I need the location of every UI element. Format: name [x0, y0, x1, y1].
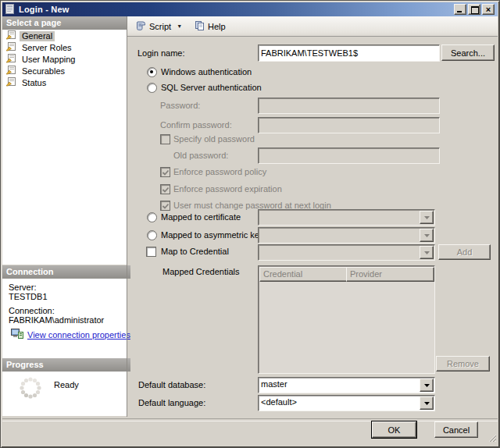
page-icon — [5, 54, 16, 65]
sidebar-item-label: User Mapping — [20, 55, 77, 65]
credential-column-header: Credential — [259, 267, 350, 282]
password-label: Password: — [160, 101, 200, 110]
specify-old-password-label: Specify old password — [173, 134, 255, 144]
dropdown-arrow-icon — [420, 211, 434, 224]
certificate-combobox — [258, 209, 435, 226]
sidebar-divider — [127, 16, 127, 417]
must-change-password-checkbox — [160, 201, 170, 211]
page-icon — [5, 77, 16, 88]
default-language-combobox[interactable]: <default> — [258, 395, 435, 411]
ok-button[interactable]: OK — [372, 421, 416, 438]
map-to-credential-label: Map to Credential — [161, 247, 229, 256]
window-icon — [5, 4, 14, 16]
connection-properties-icon — [11, 329, 23, 340]
mapped-to-asymmetric-key-radio[interactable] — [147, 230, 157, 240]
enforce-password-expiration-checkbox — [160, 184, 170, 194]
dropdown-arrow-icon — [420, 379, 434, 392]
old-password-input — [258, 148, 440, 164]
confirm-password-label: Confirm password: — [160, 120, 232, 130]
maximize-button[interactable] — [468, 4, 480, 15]
page-icon — [5, 42, 16, 53]
script-icon — [135, 20, 146, 32]
server-value: TESTDB1 — [9, 292, 48, 301]
search-button[interactable]: Search... — [441, 44, 495, 61]
window-title: Login - New — [19, 5, 70, 14]
credential-combobox — [258, 244, 435, 261]
connection-header: Connection — [2, 265, 130, 279]
server-label: Server: — [9, 283, 36, 292]
help-button[interactable]: Help — [191, 19, 230, 34]
help-label: Help — [208, 22, 226, 31]
minimize-icon — [457, 11, 462, 12]
login-new-dialog: Login - New × Select a page General Serv… — [0, 0, 500, 448]
sidebar-item-label: Server Roles — [20, 43, 74, 53]
connection-value: FABRIKAM\administrator — [9, 315, 104, 325]
sidebar-item-label: Status — [20, 78, 48, 88]
default-database-label: Default database: — [138, 380, 205, 389]
page-icon — [5, 66, 16, 76]
script-button[interactable]: Script ▼ — [131, 19, 186, 34]
mapped-to-certificate-label: Mapped to certificate — [161, 212, 241, 222]
enforce-password-policy-label: Enforce password policy — [173, 167, 266, 176]
dropdown-arrow-icon — [420, 246, 434, 259]
old-password-label: Old password: — [173, 151, 228, 160]
maximize-icon — [471, 6, 479, 14]
enforce-password-policy-checkbox — [160, 167, 170, 177]
select-a-page-header: Select a page — [2, 16, 130, 30]
password-input — [258, 98, 440, 114]
asymmetric-key-combobox — [258, 227, 435, 244]
default-language-label: Default language: — [138, 398, 205, 407]
sidebar-item-user-mapping[interactable]: User Mapping — [5, 54, 77, 65]
progress-spinner-icon — [18, 375, 43, 402]
page-icon — [5, 30, 16, 41]
sidebar-item-securables[interactable]: Securables — [5, 66, 67, 76]
windows-authentication-label: Windows authentication — [161, 67, 252, 76]
dropdown-arrow-icon — [420, 396, 434, 410]
sidebar-item-label: General — [20, 31, 55, 41]
resize-grip[interactable] — [486, 432, 496, 443]
sidebar-item-server-roles[interactable]: Server Roles — [5, 42, 74, 53]
mapped-credentials-table: Credential Provider — [258, 265, 435, 374]
sql-authentication-label: SQL Server authentication — [161, 83, 262, 92]
login-name-input[interactable] — [258, 44, 440, 62]
windows-authentication-radio[interactable] — [147, 67, 157, 77]
progress-status: Ready — [54, 380, 79, 389]
sql-authentication-radio[interactable] — [147, 83, 157, 93]
dropdown-arrow-icon — [420, 229, 434, 242]
confirm-password-input — [258, 117, 440, 133]
mapped-to-certificate-radio[interactable] — [147, 212, 157, 222]
sidebar-item-general[interactable]: General — [5, 30, 55, 41]
specify-old-password-checkbox — [160, 134, 170, 144]
cancel-button[interactable]: Cancel — [434, 421, 478, 438]
sidebar-item-status[interactable]: Status — [5, 77, 48, 88]
help-icon — [195, 20, 205, 32]
footer-divider — [2, 418, 498, 421]
enforce-password-expiration-label: Enforce password expiration — [173, 184, 282, 194]
provider-column-header: Provider — [346, 267, 434, 282]
add-button: Add — [438, 244, 491, 260]
default-database-combobox[interactable]: master — [258, 377, 435, 393]
login-name-label: Login name: — [138, 48, 185, 58]
sidebar-item-label: Securables — [20, 66, 67, 76]
view-connection-properties-link[interactable]: View connection properties — [27, 330, 130, 340]
titlebar[interactable]: Login - New × — [2, 2, 498, 16]
chevron-down-icon: ▼ — [177, 23, 182, 29]
progress-header: Progress — [2, 358, 130, 372]
mapped-credentials-label: Mapped Credentials — [162, 267, 239, 276]
script-label: Script — [149, 22, 171, 31]
toolbar: Script ▼ Help — [127, 16, 498, 37]
connection-label: Connection: — [9, 306, 55, 315]
map-to-credential-checkbox[interactable] — [146, 247, 156, 257]
close-button[interactable]: × — [482, 4, 495, 15]
mapped-to-asymmetric-key-label: Mapped to asymmetric key — [161, 230, 263, 240]
close-icon: × — [483, 5, 494, 14]
remove-button: Remove — [436, 356, 490, 372]
minimize-button[interactable] — [454, 4, 466, 15]
